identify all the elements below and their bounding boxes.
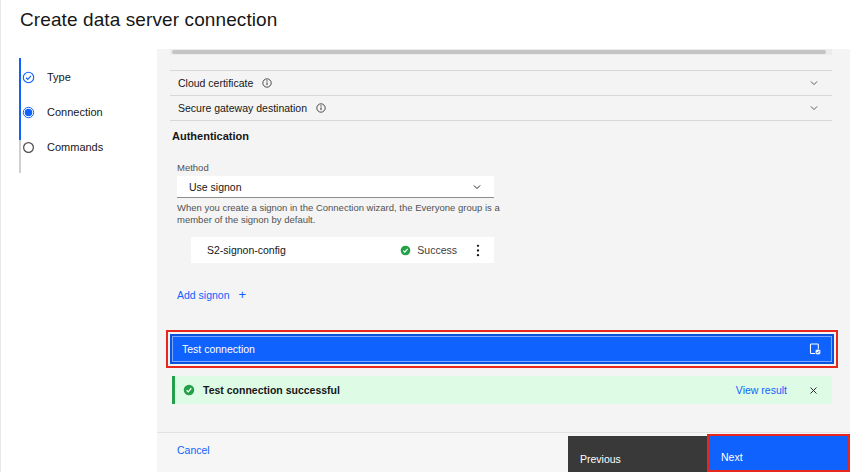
step-commands[interactable]: Commands	[22, 140, 103, 154]
success-check-icon	[183, 384, 195, 396]
overflow-menu-icon[interactable]	[474, 242, 482, 259]
method-dropdown-value: Use signon	[189, 181, 472, 193]
horizontal-scrollbar[interactable]	[170, 49, 832, 55]
chevron-down-icon	[809, 78, 819, 88]
cancel-button[interactable]: Cancel	[177, 444, 210, 456]
create-data-server-connection-dialog: Create data server connection Type Conne…	[0, 0, 850, 472]
signon-name: S2-signon-config	[207, 244, 400, 256]
step-complete-icon	[22, 71, 35, 84]
step-label: Commands	[47, 141, 103, 153]
chevron-down-icon	[472, 182, 482, 192]
add-signon-link[interactable]: Add signon +	[177, 289, 246, 301]
annotation-highlight-next: Next	[707, 434, 850, 472]
info-icon[interactable]	[262, 78, 272, 88]
info-icon[interactable]	[316, 103, 326, 113]
signon-row[interactable]: S2-signon-config Success	[191, 237, 494, 263]
signon-helper-text: When you create a signon in the Connecti…	[177, 202, 509, 225]
step-connection[interactable]: Connection	[22, 105, 103, 119]
notification-title: Test connection successful	[203, 384, 340, 396]
close-icon[interactable]	[807, 384, 820, 397]
previous-button[interactable]: Previous	[568, 436, 709, 472]
step-current-icon	[22, 106, 35, 119]
authentication-heading: Authentication	[172, 130, 249, 142]
test-connection-label: Test connection	[182, 343, 255, 355]
status-badge: Success	[400, 244, 457, 256]
step-label: Connection	[47, 106, 103, 118]
step-label: Type	[47, 71, 71, 83]
annotation-highlight-test-connection: Test connection	[166, 330, 838, 368]
success-notification: Test connection successful View result	[172, 376, 832, 404]
add-signon-label: Add signon	[177, 289, 230, 301]
method-label: Method	[177, 162, 209, 173]
chevron-down-icon	[809, 103, 819, 113]
view-result-link[interactable]: View result	[736, 384, 787, 396]
next-button[interactable]: Next	[709, 436, 848, 470]
step-incomplete-icon	[22, 141, 35, 154]
test-connection-button[interactable]: Test connection	[170, 334, 834, 364]
add-icon: +	[239, 290, 247, 300]
method-dropdown[interactable]: Use signon	[177, 176, 494, 198]
page-title: Create data server connection	[20, 9, 277, 31]
accordion-item-secure-gateway[interactable]: Secure gateway destination	[170, 95, 832, 120]
test-connection-icon	[808, 342, 822, 356]
scrollbar-thumb[interactable]	[172, 50, 826, 54]
accordion-label: Secure gateway destination	[178, 102, 307, 114]
connection-accordion: Cloud certificate Secure gateway destina…	[170, 70, 832, 121]
success-check-icon	[400, 245, 411, 256]
accordion-item-cloud-certificate[interactable]: Cloud certificate	[170, 70, 832, 95]
step-type[interactable]: Type	[22, 70, 71, 84]
progress-line-active	[19, 58, 21, 140]
progress-line-incomplete	[19, 140, 21, 173]
status-label: Success	[417, 244, 457, 256]
accordion-label: Cloud certificate	[178, 77, 253, 89]
